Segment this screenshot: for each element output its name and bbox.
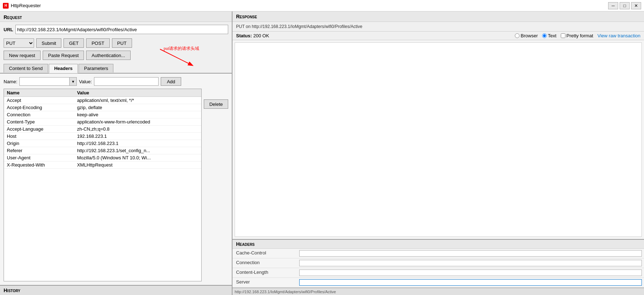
pretty-format-label: Pretty format: [567, 33, 593, 38]
header-value-cell: 192.168.223.1: [74, 133, 202, 140]
put-button[interactable]: PUT: [112, 38, 132, 48]
table-row[interactable]: User-AgentMozilla/5.0 (Windows NT 10.0; …: [4, 154, 201, 161]
name-label: Name:: [4, 79, 17, 84]
response-info-row: PUT on http://192.168.223.1/IoMgmt/Adapt…: [232, 22, 644, 32]
resp-header-value-cell: [297, 278, 644, 287]
status-row: Status: 200 OK Browser Text Pretty forma…: [232, 32, 644, 40]
header-name-cell: Referer: [4, 147, 74, 154]
new-request-button[interactable]: New request: [4, 51, 41, 60]
header-name-cell: Accept-Language: [4, 126, 74, 133]
text-radio-label[interactable]: Text: [542, 33, 556, 38]
header-name-cell: X-Requested-With: [4, 161, 74, 169]
headers-area: Name: ▼ Value: Add Name Value: [0, 74, 232, 285]
table-row[interactable]: Acceptapplication/xml, text/xml, */*: [4, 97, 201, 104]
minimize-button[interactable]: ─: [608, 2, 618, 9]
pretty-format-checkbox[interactable]: [561, 33, 565, 38]
name-input[interactable]: [19, 77, 70, 86]
maximize-button[interactable]: □: [620, 2, 630, 9]
browser-radio[interactable]: [515, 33, 520, 38]
resp-header-value-cell: [297, 249, 644, 258]
resp-headers-title: Headers: [232, 240, 644, 249]
header-name-cell: Host: [4, 133, 74, 140]
left-panel: Request URL PUT GET POST DELETE HEAD OPT…: [0, 11, 232, 295]
tab-headers[interactable]: Headers: [49, 64, 78, 73]
table-row[interactable]: Originhttp://192.168.223.1: [4, 140, 201, 147]
tab-content-to-send[interactable]: Content to Send: [4, 64, 48, 72]
header-value-cell: application/x-www-form-urlencoded: [74, 118, 202, 126]
resp-header-value-input[interactable]: [299, 279, 642, 286]
method-select[interactable]: PUT GET POST DELETE HEAD OPTIONS: [4, 38, 34, 48]
delete-button[interactable]: Delete: [204, 99, 228, 109]
table-row[interactable]: Host192.168.223.1: [4, 133, 201, 140]
headers-table-wrap: Name Value Acceptapplication/xml, text/x…: [4, 89, 228, 281]
paste-request-button[interactable]: Paste Request: [43, 51, 84, 60]
status-bar: http://192.168.223.1/IoMgmt/Adapters/wif…: [232, 288, 644, 295]
header-value-cell: http://192.168.223.1/set_config_n...: [74, 147, 202, 154]
table-row[interactable]: Content-Typeapplication/x-www-form-urlen…: [4, 118, 201, 126]
browser-radio-label[interactable]: Browser: [515, 33, 538, 38]
add-button[interactable]: Add: [161, 77, 181, 86]
col-name-header: Name: [4, 89, 74, 97]
col-value-header: Value: [74, 89, 202, 97]
header-value-cell: gzip, deflate: [74, 104, 202, 111]
status-label: Status:: [236, 33, 252, 38]
table-row[interactable]: Accept-Encodinggzip, deflate: [4, 104, 201, 111]
resp-header-name: Content-Length: [232, 268, 297, 278]
button-row: PUT GET POST DELETE HEAD OPTIONS Submit …: [0, 37, 232, 49]
header-value-cell: XMLHttpRequest: [74, 161, 202, 169]
browser-label: Browser: [521, 33, 538, 38]
name-dropdown-button[interactable]: ▼: [70, 77, 77, 86]
status-bar-text: http://192.168.223.1/IoMgmt/Adapters/wif…: [235, 290, 336, 294]
table-row[interactable]: Refererhttp://192.168.223.1/set_config_n…: [4, 147, 201, 154]
submit-button[interactable]: Submit: [36, 38, 61, 48]
header-name-cell: Origin: [4, 140, 74, 147]
name-value-row: Name: ▼ Value: Add: [4, 77, 228, 86]
main-content: Request URL PUT GET POST DELETE HEAD OPT…: [0, 11, 644, 295]
response-section-title: Response: [236, 14, 257, 19]
url-label: URL: [4, 27, 13, 32]
url-input[interactable]: [15, 25, 228, 34]
table-row[interactable]: Connectionkeep-alive: [4, 111, 201, 118]
value-label: Value:: [79, 79, 92, 84]
method-select-wrap: PUT GET POST DELETE HEAD OPTIONS: [4, 38, 34, 48]
table-row[interactable]: X-Requested-WithXMLHttpRequest: [4, 161, 201, 169]
value-input[interactable]: [94, 77, 159, 86]
response-headers-section: Headers Cache-ControlConnectionContent-L…: [232, 239, 644, 288]
response-request-line: PUT on http://192.168.223.1/IoMgmt/Adapt…: [236, 24, 640, 29]
response-header: Response: [232, 11, 644, 22]
view-options: Browser Text Pretty format View raw tran…: [515, 33, 640, 38]
view-raw-transaction-link[interactable]: View raw transaction: [597, 33, 640, 38]
resp-header-name: Cache-Control: [232, 249, 297, 258]
resp-header-value-input[interactable]: [299, 250, 642, 257]
response-body: [235, 42, 642, 237]
history-title: History: [4, 287, 20, 293]
action-row: New request Paste Request Authentication…: [0, 49, 232, 61]
pretty-format-checkbox-label[interactable]: Pretty format: [561, 33, 593, 38]
header-name-cell: User-Agent: [4, 154, 74, 161]
header-name-cell: Accept: [4, 97, 74, 104]
resp-header-value-input[interactable]: [299, 260, 642, 266]
header-value-cell: keep-alive: [74, 111, 202, 118]
text-label: Text: [548, 33, 556, 38]
get-button[interactable]: GET: [64, 38, 84, 48]
app-icon: H: [3, 3, 9, 9]
tabs-row: Content to Send Headers Parameters: [0, 61, 232, 74]
authentication-button[interactable]: Authentication...: [86, 51, 130, 60]
resp-header-value-cell: [297, 268, 644, 278]
history-bar: History: [0, 285, 232, 295]
resp-header-value-cell: [297, 258, 644, 268]
resp-header-name: Connection: [232, 258, 297, 268]
resp-headers-grid: Cache-ControlConnectionContent-LengthSer…: [232, 249, 644, 288]
text-radio[interactable]: [542, 33, 547, 38]
title-bar-left: H HttpRequester: [3, 3, 41, 9]
header-value-cell: http://192.168.223.1: [74, 140, 202, 147]
url-row: URL: [0, 22, 232, 37]
resp-header-value-input[interactable]: [299, 270, 642, 276]
close-button[interactable]: ✕: [631, 2, 641, 9]
status-value: 200 OK: [253, 33, 269, 38]
resp-header-name: Server: [232, 278, 297, 287]
table-row[interactable]: Accept-Languagezh-CN,zh;q=0.8: [4, 126, 201, 133]
header-value-cell: zh-CN,zh;q=0.8: [74, 126, 202, 133]
post-button[interactable]: POST: [86, 38, 109, 48]
tab-parameters[interactable]: Parameters: [79, 64, 113, 72]
